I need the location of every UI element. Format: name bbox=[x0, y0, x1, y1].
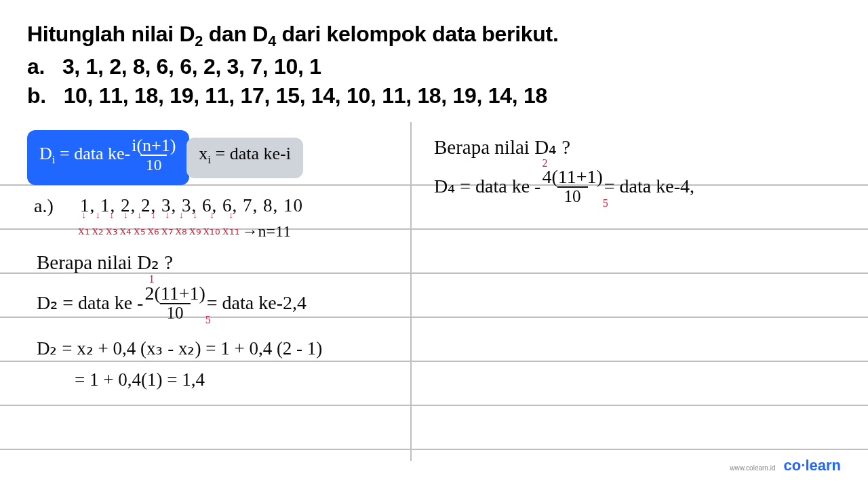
d4-position-calc: D₄ = data ke - 2 4(11+1) 10 5 = data ke-… bbox=[434, 168, 694, 205]
d2-lhs: D₂ = data ke - bbox=[37, 291, 143, 314]
problem-b: b. 10, 11, 18, 19, 11, 17, 15, 14, 10, 1… bbox=[27, 82, 841, 110]
question-d4: Berapa nilai D₄ ? bbox=[434, 136, 570, 159]
problem-a-data: 3, 1, 2, 8, 6, 6, 2, 3, 7, 10, 1 bbox=[62, 54, 321, 79]
d2-fraction: 1 2(11+1) 10 5 bbox=[143, 285, 206, 321]
vertical-divider bbox=[410, 122, 412, 461]
d4-cancel-bot: 5 bbox=[603, 198, 608, 208]
part-a-label: a.) bbox=[34, 195, 54, 217]
formula-row: Di = data ke- i(n+1) 10 xi = data ke-i bbox=[27, 130, 303, 185]
question-d2: Berapa nilai D₂ ? bbox=[37, 251, 173, 274]
problem-a: a. 3, 1, 2, 8, 6, 6, 2, 3, 7, 10, 1 bbox=[27, 53, 841, 81]
problem-block: Hitunglah nilai D2 dan D4 dari kelompok … bbox=[27, 20, 841, 110]
footer: www.colearn.id co·learn bbox=[730, 457, 841, 474]
d4-fraction: 2 4(11+1) 10 5 bbox=[540, 168, 604, 205]
d2-rhs: = data ke-2,4 bbox=[207, 292, 307, 314]
decile-formula-chip: Di = data ke- i(n+1) 10 bbox=[27, 130, 189, 185]
problem-b-data: 10, 11, 18, 19, 11, 17, 15, 14, 10, 11, … bbox=[64, 83, 547, 108]
d2-numerator: 2(11+1) bbox=[143, 285, 206, 303]
n-equals: →n=11 bbox=[242, 222, 292, 241]
d2-position-calc: D₂ = data ke - 1 2(11+1) 10 5 = data ke-… bbox=[37, 285, 307, 321]
xi-text: xi = data ke-i bbox=[199, 144, 291, 166]
d2-denominator: 10 bbox=[160, 303, 191, 321]
di-fraction: i(n+1) 10 bbox=[130, 137, 177, 173]
xi-definition-chip: xi = data ke-i bbox=[186, 138, 303, 178]
di-numerator: i(n+1) bbox=[130, 137, 177, 155]
d4-numerator: 4(11+1) bbox=[540, 168, 604, 186]
d2-result: = 1 + 0,4(1) = 1,4 bbox=[75, 369, 205, 390]
d4-denominator: 10 bbox=[557, 186, 588, 205]
problem-b-label: b. bbox=[27, 83, 46, 108]
footer-brand: co·learn bbox=[784, 457, 841, 474]
d4-lhs: D₄ = data ke - bbox=[434, 175, 540, 197]
footer-site: www.colearn.id bbox=[730, 464, 775, 472]
d2-cancel-bot: 5 bbox=[205, 314, 211, 325]
d4-rhs: = data ke-4, bbox=[604, 176, 694, 197]
di-lhs: Di = data ke- bbox=[39, 144, 130, 166]
di-denominator: 10 bbox=[140, 155, 167, 173]
page: Hitunglah nilai D2 dan D4 dari kelompok … bbox=[0, 0, 868, 488]
problem-a-label: a. bbox=[27, 54, 45, 79]
x-index-labels: x₁ x₂ x₃ x₄ x₅ x₆ x₇ x₈ x₉ x₁₀ x₁₁ →n=11 bbox=[78, 222, 291, 241]
problem-title: Hitunglah nilai D2 dan D4 dari kelompok … bbox=[27, 20, 841, 52]
d2-interpolation: D₂ = x₂ + 0,4 (x₃ - x₂) = 1 + 0,4 (2 - 1… bbox=[37, 338, 322, 359]
